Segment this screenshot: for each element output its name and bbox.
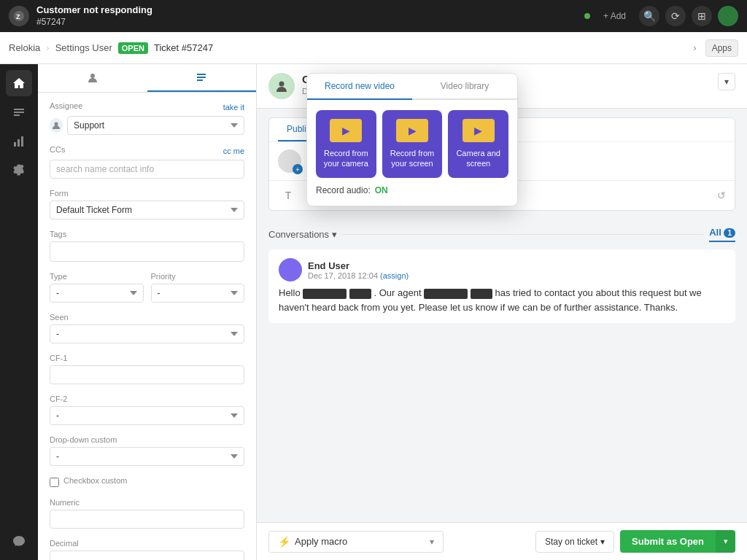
camera-screen-label: Camera and screen (454, 148, 503, 169)
record-screen-option[interactable]: Record from your screen (382, 110, 443, 178)
audio-label: Record audio: (316, 185, 371, 195)
modal-tabs: Record new video Video library (307, 74, 517, 100)
record-camera-label: Record from your camera (322, 148, 371, 169)
camera-screen-option[interactable]: Camera and screen (448, 110, 508, 178)
modal-overlay: Record new video Video library Record fr… (0, 0, 747, 560)
record-screen-icon (396, 119, 428, 142)
record-camera-option[interactable]: Record from your camera (316, 110, 376, 178)
modal-body: Record from your camera Record from your… (307, 100, 517, 206)
camera-screen-icon (462, 119, 495, 142)
modal-tab-record[interactable]: Record new video (307, 74, 412, 100)
video-modal: Record new video Video library Record fr… (306, 73, 518, 206)
record-camera-icon (330, 119, 362, 142)
modal-tab-library[interactable]: Video library (412, 74, 517, 98)
video-options: Record from your camera Record from your… (316, 110, 508, 178)
record-screen-label: Record from your screen (388, 148, 437, 169)
audio-status[interactable]: ON (375, 185, 388, 195)
audio-row: Record audio: ON (316, 185, 508, 195)
